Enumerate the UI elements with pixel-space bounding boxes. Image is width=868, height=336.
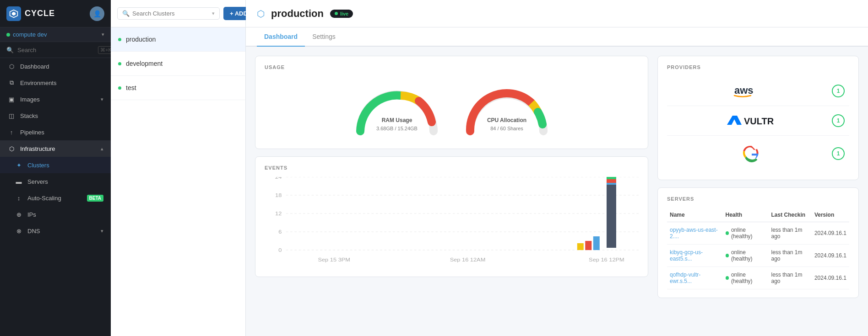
cluster-item-test[interactable]: test bbox=[111, 76, 245, 100]
svg-rect-22 bbox=[577, 243, 584, 250]
beta-badge: BETA bbox=[87, 195, 103, 202]
cluster-search-chevron-icon: ▾ bbox=[212, 11, 215, 16]
sidebar-item-autoscaling[interactable]: ↕ Auto-Scaling BETA bbox=[0, 190, 111, 206]
sidebar-item-pipelines[interactable]: ↑ Pipelines bbox=[0, 124, 111, 140]
gcp-svg bbox=[740, 142, 763, 165]
cpu-gauge: CPU Allocation 84 / 60 Shares bbox=[461, 81, 553, 136]
servers-title: SERVERS bbox=[667, 196, 849, 202]
sidebar-item-clusters[interactable]: ✦ Clusters bbox=[0, 157, 111, 173]
svg-text:RAM Usage: RAM Usage bbox=[381, 117, 412, 123]
sidebar-item-dashboard[interactable]: ⬡ Dashboard bbox=[0, 58, 111, 75]
cpu-gauge-svg: CPU Allocation 84 / 60 Shares bbox=[461, 81, 553, 136]
health-dot bbox=[726, 231, 729, 235]
provider-row-vultr: VULTR 1 bbox=[667, 106, 849, 136]
sidebar-item-images[interactable]: ▣ Images ▾ bbox=[0, 91, 111, 107]
cluster-header-icon: ⬡ bbox=[257, 8, 265, 19]
vultr-count: 1 bbox=[832, 114, 845, 127]
svg-marker-1 bbox=[12, 11, 16, 15]
server-checkin-0: less than 1m ago bbox=[768, 222, 811, 245]
main-tabs: Dashboard Settings bbox=[246, 27, 868, 47]
server-checkin-2: less than 1m ago bbox=[768, 267, 811, 289]
tab-settings[interactable]: Settings bbox=[305, 27, 343, 47]
svg-rect-17 bbox=[607, 177, 616, 179]
svg-rect-20 bbox=[593, 236, 600, 250]
infrastructure-icon: ⬡ bbox=[7, 144, 16, 153]
svg-text:CPU Allocation: CPU Allocation bbox=[487, 117, 526, 123]
sidebar-item-infrastructure[interactable]: ⬡ Infrastructure ▴ bbox=[0, 140, 111, 157]
table-row: qofhdp-vultr-ewr.s.5... online (healthy)… bbox=[667, 267, 849, 289]
gcp-logo bbox=[672, 142, 832, 165]
server-checkin-1: less than 1m ago bbox=[768, 245, 811, 267]
gauges-row: RAM Usage 3.68GB / 15.24GB bbox=[265, 76, 639, 140]
autoscale-icon: ↕ bbox=[15, 194, 23, 202]
cluster-search-icon: 🔍 bbox=[122, 10, 130, 17]
servers-card: SERVERS Name Health Last Checkin Version… bbox=[657, 187, 859, 298]
svg-rect-19 bbox=[607, 183, 616, 185]
events-card: EVENTS 24 18 12 6 0 bbox=[255, 156, 648, 277]
server-version-2: 2024.09.16.1 bbox=[812, 267, 849, 289]
svg-text:12: 12 bbox=[275, 211, 282, 217]
live-badge: live bbox=[330, 10, 353, 18]
sidebar-item-stacks[interactable]: ◫ Stacks bbox=[0, 107, 111, 124]
svg-text:Sep 16 12PM: Sep 16 12PM bbox=[589, 257, 624, 263]
svg-text:84 / 60 Shares: 84 / 60 Shares bbox=[490, 126, 523, 131]
svg-text:aws: aws bbox=[734, 85, 754, 96]
env-status-dot bbox=[6, 33, 10, 37]
vultr-logo: VULTR bbox=[672, 112, 832, 129]
server-link-2[interactable]: qofhdp-vultr-ewr.s.5... bbox=[670, 272, 700, 284]
search-icon: 🔍 bbox=[6, 47, 14, 53]
events-chart-svg: 24 18 12 6 0 bbox=[265, 177, 639, 268]
main-right-column: PROVIDERS aws 1 bbox=[657, 56, 859, 327]
svg-text:0: 0 bbox=[278, 247, 282, 253]
col-version: Version bbox=[812, 208, 849, 222]
provider-row-aws: aws 1 bbox=[667, 76, 849, 106]
logo-text: CYCLE bbox=[25, 9, 55, 18]
tab-dashboard[interactable]: Dashboard bbox=[257, 27, 305, 47]
cluster-item-development[interactable]: development bbox=[111, 52, 245, 76]
server-version-1: 2024.09.16.1 bbox=[812, 245, 849, 267]
live-dot bbox=[335, 12, 338, 15]
cluster-search-bar: 🔍 ▾ + ADD bbox=[111, 0, 245, 27]
servers-icon: ▬ bbox=[15, 177, 23, 186]
table-row: opyyb-aws-us-east-2.... online (healthy)… bbox=[667, 222, 849, 245]
cluster-search-input[interactable] bbox=[132, 10, 209, 17]
providers-card: PROVIDERS aws 1 bbox=[657, 56, 859, 180]
server-health-1: online (healthy) bbox=[726, 249, 766, 262]
health-dot bbox=[726, 254, 729, 257]
sidebar-header: CYCLE 👤 bbox=[0, 0, 111, 27]
sidebar-item-dns[interactable]: ⊗ DNS ▾ bbox=[0, 223, 111, 239]
user-avatar[interactable]: 👤 bbox=[90, 6, 104, 21]
cluster-status-dot bbox=[118, 62, 121, 65]
main-left-column: USAGE RAM Usage bbox=[255, 56, 648, 327]
server-link-1[interactable]: kibyq-gcp-us-east5.s... bbox=[670, 249, 703, 262]
svg-rect-21 bbox=[585, 241, 591, 250]
cluster-list: production development test bbox=[111, 27, 245, 336]
search-input[interactable] bbox=[17, 47, 94, 53]
svg-text:3.68GB / 15.24GB: 3.68GB / 15.24GB bbox=[376, 126, 418, 131]
sidebar-item-servers[interactable]: ▬ Servers bbox=[0, 173, 111, 190]
server-health-0: online (healthy) bbox=[726, 227, 766, 240]
cluster-item-production[interactable]: production bbox=[111, 27, 245, 52]
chart-area: 24 18 12 6 0 bbox=[265, 177, 639, 268]
env-selector[interactable]: compute dev ▾ bbox=[0, 27, 111, 42]
global-search: 🔍 ⌘+K ≡ bbox=[0, 42, 111, 58]
usage-card: USAGE RAM Usage bbox=[255, 56, 648, 149]
main-nav: ⬡ Dashboard ⧉ Environments ▣ Images ▾ ◫ … bbox=[0, 58, 111, 239]
svg-rect-18 bbox=[607, 179, 616, 183]
svg-text:24: 24 bbox=[275, 177, 282, 180]
pipelines-icon: ↑ bbox=[7, 128, 16, 136]
server-health-2: online (healthy) bbox=[726, 272, 766, 284]
main-header: ⬡ production live bbox=[246, 0, 868, 27]
svg-marker-27 bbox=[727, 116, 742, 125]
image-icon: ▣ bbox=[7, 95, 16, 103]
col-checkin: Last Checkin bbox=[768, 208, 811, 222]
ips-icon: ⊕ bbox=[15, 210, 23, 219]
main-content: ⬡ production live Dashboard Settings USA… bbox=[246, 0, 868, 336]
aws-svg: aws bbox=[733, 83, 770, 99]
svg-text:Sep 15 3PM: Sep 15 3PM bbox=[318, 257, 350, 263]
sidebar-item-ips[interactable]: ⊕ IPs bbox=[0, 206, 111, 223]
server-link-0[interactable]: opyyb-aws-us-east-2.... bbox=[670, 227, 718, 240]
table-row: kibyq-gcp-us-east5.s... online (healthy)… bbox=[667, 245, 849, 267]
sidebar-item-environments[interactable]: ⧉ Environments bbox=[0, 75, 111, 91]
dns-icon: ⊗ bbox=[15, 227, 23, 235]
